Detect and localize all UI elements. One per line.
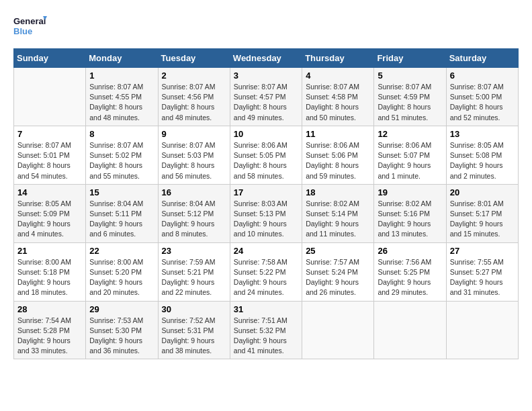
day-info: Sunrise: 7:57 AMSunset: 5:24 PMDaylight:… — [306, 257, 370, 298]
calendar-week-2: 7Sunrise: 8:07 AMSunset: 5:01 PMDaylight… — [14, 126, 519, 184]
day-info: Sunrise: 8:06 AMSunset: 5:07 PMDaylight:… — [378, 140, 442, 181]
header-day-monday: Monday — [86, 49, 158, 68]
day-number: 10 — [234, 129, 298, 139]
day-number: 29 — [89, 304, 154, 314]
calendar-cell: 16Sunrise: 8:04 AMSunset: 5:12 PMDayligh… — [158, 184, 230, 242]
day-number: 5 — [378, 71, 442, 81]
calendar-week-3: 14Sunrise: 8:05 AMSunset: 5:09 PMDayligh… — [14, 184, 519, 242]
day-number: 8 — [89, 129, 154, 139]
day-info: Sunrise: 8:07 AMSunset: 4:59 PMDaylight:… — [378, 82, 442, 123]
day-info: Sunrise: 8:07 AMSunset: 4:57 PMDaylight:… — [234, 82, 298, 123]
day-info: Sunrise: 8:00 AMSunset: 5:20 PMDaylight:… — [89, 257, 154, 298]
day-info: Sunrise: 8:05 AMSunset: 5:08 PMDaylight:… — [450, 140, 515, 181]
calendar-body: 1Sunrise: 8:07 AMSunset: 4:55 PMDaylight… — [14, 68, 519, 359]
day-number: 16 — [162, 187, 226, 197]
day-number: 24 — [234, 246, 298, 256]
header-day-wednesday: Wednesday — [230, 49, 302, 68]
calendar-cell: 2Sunrise: 8:07 AMSunset: 4:56 PMDaylight… — [158, 68, 230, 126]
calendar-cell: 1Sunrise: 8:07 AMSunset: 4:55 PMDaylight… — [86, 68, 158, 126]
day-number: 7 — [17, 129, 82, 139]
calendar-cell: 22Sunrise: 8:00 AMSunset: 5:20 PMDayligh… — [86, 242, 158, 301]
day-number: 4 — [306, 71, 370, 81]
calendar-cell: 23Sunrise: 7:59 AMSunset: 5:21 PMDayligh… — [158, 242, 230, 301]
day-info: Sunrise: 8:07 AMSunset: 4:56 PMDaylight:… — [162, 82, 226, 123]
calendar-cell: 29Sunrise: 7:53 AMSunset: 5:30 PMDayligh… — [86, 301, 158, 359]
header-day-saturday: Saturday — [446, 49, 518, 68]
day-info: Sunrise: 8:06 AMSunset: 5:05 PMDaylight:… — [234, 140, 298, 181]
day-number: 9 — [162, 129, 226, 139]
calendar-cell: 10Sunrise: 8:06 AMSunset: 5:05 PMDayligh… — [230, 126, 302, 184]
day-number: 18 — [306, 187, 370, 197]
day-info: Sunrise: 7:59 AMSunset: 5:21 PMDaylight:… — [162, 257, 226, 298]
calendar-cell: 14Sunrise: 8:05 AMSunset: 5:09 PMDayligh… — [14, 184, 86, 242]
calendar-cell: 5Sunrise: 8:07 AMSunset: 4:59 PMDaylight… — [374, 68, 446, 126]
day-info: Sunrise: 8:03 AMSunset: 5:13 PMDaylight:… — [234, 199, 298, 240]
day-info: Sunrise: 7:55 AMSunset: 5:27 PMDaylight:… — [450, 257, 515, 298]
calendar-cell: 8Sunrise: 8:07 AMSunset: 5:02 PMDaylight… — [86, 126, 158, 184]
calendar-cell: 19Sunrise: 8:02 AMSunset: 5:16 PMDayligh… — [374, 184, 446, 242]
calendar-cell: 21Sunrise: 8:00 AMSunset: 5:18 PMDayligh… — [14, 242, 86, 301]
calendar-cell: 3Sunrise: 8:07 AMSunset: 4:57 PMDaylight… — [230, 68, 302, 126]
calendar-cell: 11Sunrise: 8:06 AMSunset: 5:06 PMDayligh… — [302, 126, 374, 184]
day-info: Sunrise: 8:06 AMSunset: 5:06 PMDaylight:… — [306, 140, 370, 181]
calendar-cell: 31Sunrise: 7:51 AMSunset: 5:32 PMDayligh… — [230, 301, 302, 359]
calendar-cell — [302, 301, 374, 359]
header-day-friday: Friday — [374, 49, 446, 68]
calendar-cell: 24Sunrise: 7:58 AMSunset: 5:22 PMDayligh… — [230, 242, 302, 301]
logo-svg: General Blue — [13, 13, 47, 42]
day-number: 21 — [17, 246, 82, 256]
calendar-cell: 6Sunrise: 8:07 AMSunset: 5:00 PMDaylight… — [446, 68, 518, 126]
day-info: Sunrise: 8:04 AMSunset: 5:12 PMDaylight:… — [162, 199, 226, 240]
calendar-cell: 28Sunrise: 7:54 AMSunset: 5:28 PMDayligh… — [14, 301, 86, 359]
calendar-cell: 30Sunrise: 7:52 AMSunset: 5:31 PMDayligh… — [158, 301, 230, 359]
calendar-cell: 15Sunrise: 8:04 AMSunset: 5:11 PMDayligh… — [86, 184, 158, 242]
calendar-header: SundayMondayTuesdayWednesdayThursdayFrid… — [14, 49, 519, 68]
day-number: 30 — [162, 304, 226, 314]
day-number: 11 — [306, 129, 370, 139]
calendar-cell: 27Sunrise: 7:55 AMSunset: 5:27 PMDayligh… — [446, 242, 518, 301]
svg-text:General: General — [13, 16, 46, 26]
day-number: 1 — [89, 71, 154, 81]
calendar-cell — [374, 301, 446, 359]
calendar-week-5: 28Sunrise: 7:54 AMSunset: 5:28 PMDayligh… — [14, 301, 519, 359]
day-info: Sunrise: 7:51 AMSunset: 5:32 PMDaylight:… — [234, 316, 298, 357]
calendar-week-4: 21Sunrise: 8:00 AMSunset: 5:18 PMDayligh… — [14, 242, 519, 301]
day-number: 20 — [450, 187, 515, 197]
calendar-cell: 12Sunrise: 8:06 AMSunset: 5:07 PMDayligh… — [374, 126, 446, 184]
day-number: 17 — [234, 187, 298, 197]
calendar-cell: 20Sunrise: 8:01 AMSunset: 5:17 PMDayligh… — [446, 184, 518, 242]
day-number: 31 — [234, 304, 298, 314]
day-number: 19 — [378, 187, 442, 197]
calendar-cell — [446, 301, 518, 359]
header-day-tuesday: Tuesday — [158, 49, 230, 68]
header-day-thursday: Thursday — [302, 49, 374, 68]
page-header: General Blue — [13, 13, 519, 42]
calendar-cell: 17Sunrise: 8:03 AMSunset: 5:13 PMDayligh… — [230, 184, 302, 242]
calendar-cell: 18Sunrise: 8:02 AMSunset: 5:14 PMDayligh… — [302, 184, 374, 242]
day-number: 12 — [378, 129, 442, 139]
header-day-sunday: Sunday — [14, 49, 86, 68]
day-info: Sunrise: 8:02 AMSunset: 5:14 PMDaylight:… — [306, 199, 370, 240]
day-info: Sunrise: 7:54 AMSunset: 5:28 PMDaylight:… — [17, 316, 82, 357]
day-info: Sunrise: 8:07 AMSunset: 5:03 PMDaylight:… — [162, 140, 226, 181]
svg-text:Blue: Blue — [13, 26, 32, 36]
day-number: 28 — [17, 304, 82, 314]
logo: General Blue — [13, 13, 47, 42]
calendar-table: SundayMondayTuesdayWednesdayThursdayFrid… — [13, 48, 519, 359]
day-number: 14 — [17, 187, 82, 197]
calendar-week-1: 1Sunrise: 8:07 AMSunset: 4:55 PMDaylight… — [14, 68, 519, 126]
day-info: Sunrise: 8:04 AMSunset: 5:11 PMDaylight:… — [89, 199, 154, 240]
calendar-cell: 4Sunrise: 8:07 AMSunset: 4:58 PMDaylight… — [302, 68, 374, 126]
calendar-cell — [14, 68, 86, 126]
day-number: 3 — [234, 71, 298, 81]
day-number: 22 — [89, 246, 154, 256]
day-info: Sunrise: 8:07 AMSunset: 4:58 PMDaylight:… — [306, 82, 370, 123]
day-info: Sunrise: 8:01 AMSunset: 5:17 PMDaylight:… — [450, 199, 515, 240]
day-number: 26 — [378, 246, 442, 256]
calendar-cell: 26Sunrise: 7:56 AMSunset: 5:25 PMDayligh… — [374, 242, 446, 301]
day-info: Sunrise: 7:58 AMSunset: 5:22 PMDaylight:… — [234, 257, 298, 298]
day-info: Sunrise: 8:02 AMSunset: 5:16 PMDaylight:… — [378, 199, 442, 240]
calendar-cell: 7Sunrise: 8:07 AMSunset: 5:01 PMDaylight… — [14, 126, 86, 184]
calendar-cell: 13Sunrise: 8:05 AMSunset: 5:08 PMDayligh… — [446, 126, 518, 184]
day-number: 27 — [450, 246, 515, 256]
